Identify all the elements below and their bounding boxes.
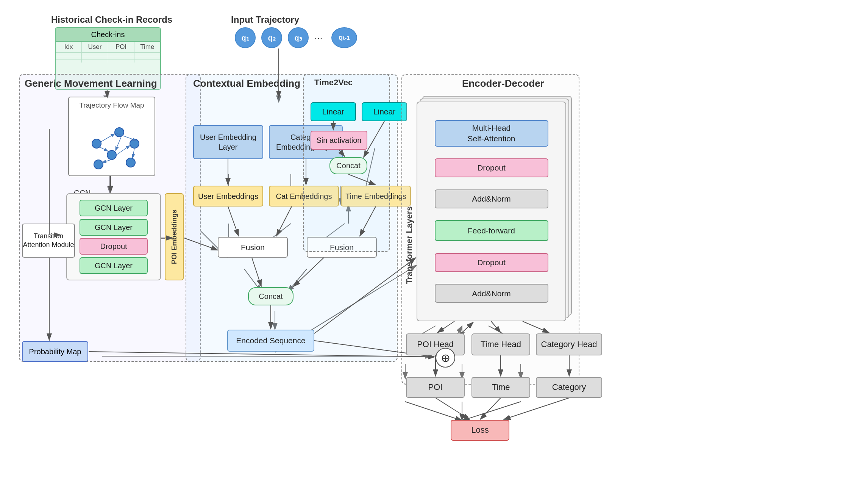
qt-node: qt-1: [331, 27, 357, 48]
transformer-main: Multi-HeadSelf-Attention Dropout Add&Nor…: [417, 102, 566, 321]
multi-head-attention: Multi-HeadSelf-Attention: [435, 120, 548, 147]
q3-node: q₃: [288, 27, 309, 48]
plus-circle: ⊕: [436, 348, 455, 368]
contextual-label: Contextual Embedding: [193, 78, 300, 89]
checkin-row-3: [56, 59, 160, 63]
dots-node: ···: [314, 32, 323, 44]
transformer-dropout-2: Dropout: [435, 253, 548, 272]
q1-node: q₁: [235, 27, 256, 48]
svg-line-52: [133, 148, 134, 158]
col-poi: POI: [108, 42, 134, 52]
poi-embeddings-label: POI Embeddings: [165, 193, 184, 280]
gcn-box: GCN Layer GCN Layer Dropout GCN Layer: [66, 193, 161, 280]
time2vec-linear-2: Linear: [362, 102, 407, 121]
sin-activation: Sin activation: [311, 131, 367, 150]
time-output: Time: [471, 377, 530, 398]
encoded-sequence: Encoded Sequence: [227, 330, 314, 352]
poi-head: POI Head: [406, 333, 465, 355]
category-output: Category: [536, 377, 602, 398]
svg-line-38: [462, 402, 521, 421]
encoder-decoder-label: Encoder-Decoder: [462, 78, 544, 89]
transformer-layers-label: Transformer Layers: [404, 125, 414, 284]
svg-line-90: [480, 398, 501, 419]
probability-map: Probability Map: [22, 341, 88, 362]
col-idx: Idx: [56, 42, 82, 52]
trajectory-flow-map-label: Trajectory Flow Map: [79, 101, 144, 110]
col-time: Time: [134, 42, 160, 52]
contextual-concat: Concat: [248, 287, 293, 305]
svg-line-89: [436, 398, 470, 419]
svg-point-41: [92, 139, 101, 148]
feed-forward: Feed-forward: [435, 220, 548, 241]
user-embedding-layer: User EmbeddingLayer: [193, 125, 263, 159]
svg-line-91: [504, 398, 569, 419]
gcn-layer-2: GCN Layer: [80, 219, 148, 236]
checkin-row-1: [56, 53, 160, 56]
loss-box: Loss: [451, 420, 509, 441]
svg-line-36: [405, 402, 462, 421]
gcn-layer-3: GCN Layer: [80, 257, 148, 274]
svg-point-43: [107, 150, 116, 160]
user-embeddings: User Embeddings: [193, 186, 263, 207]
historical-label: Historical Check-in Records: [51, 14, 172, 25]
gcn-layer-1: GCN Layer: [80, 200, 148, 216]
transition-attention-module: TransitionAttention Module: [22, 224, 75, 258]
category-head: Category Head: [536, 333, 602, 355]
svg-point-46: [94, 160, 103, 169]
gml-label: Generic Movement Learning: [25, 78, 157, 89]
svg-line-51: [102, 160, 112, 163]
add-norm-1: Add&Norm: [435, 189, 548, 208]
transformer-dropout-1: Dropout: [435, 158, 548, 177]
checkin-row-2: [56, 56, 160, 59]
trajectory-flow-map-box: Trajectory Flow Map: [68, 97, 155, 176]
diagram-container: Historical Check-in Records Check-ins Id…: [0, 0, 868, 485]
col-user: User: [82, 42, 108, 52]
svg-point-44: [130, 139, 139, 148]
time-head: Time Head: [471, 333, 530, 355]
time2vec-concat: Concat: [329, 157, 367, 174]
gcn-dropout: Dropout: [80, 238, 148, 255]
add-norm-2: Add&Norm: [435, 284, 548, 303]
time2vec-linear-1: Linear: [311, 102, 356, 121]
input-trajectory-label: Input Trajectory: [231, 14, 299, 25]
checkin-table-header-row: Idx User POI Time: [56, 42, 160, 53]
fusion-1: Fusion: [218, 237, 288, 258]
time2vec-label: Time2Vec: [314, 78, 353, 88]
q2-node: q₂: [261, 27, 282, 48]
svg-point-45: [126, 158, 135, 167]
checkin-table-header: Check-ins: [56, 28, 160, 42]
poi-output: POI: [406, 377, 465, 398]
svg-line-48: [116, 137, 121, 150]
svg-line-50: [100, 147, 108, 151]
svg-line-47: [100, 134, 115, 142]
svg-line-49: [116, 146, 130, 155]
